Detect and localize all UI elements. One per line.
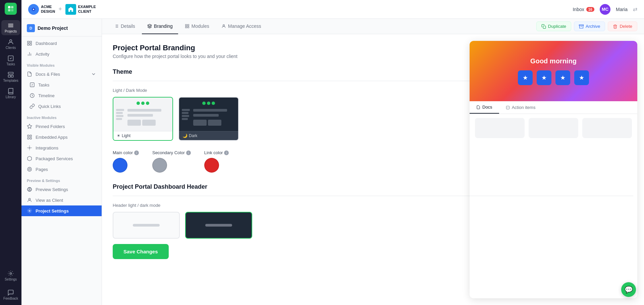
header-dark-card[interactable] <box>185 212 252 239</box>
brand-separator: + <box>58 6 62 13</box>
preview-cards <box>470 114 637 142</box>
header-light-card[interactable] <box>113 212 180 239</box>
preview-tab-action-items[interactable]: Action items <box>499 101 542 114</box>
svg-marker-19 <box>27 124 32 128</box>
theme-light-card[interactable]: ☀ Light <box>113 97 173 141</box>
secondary-color-item: Secondary Color i <box>152 150 191 173</box>
svg-rect-1 <box>11 6 13 8</box>
preview-tabs: Docs Action items <box>470 101 637 114</box>
svg-rect-15 <box>30 44 32 45</box>
sidebar-item-feedback[interactable]: Feedback <box>1 287 20 302</box>
main-color-info-icon: i <box>134 150 139 155</box>
preview-card-2 <box>529 118 578 138</box>
svg-point-12 <box>33 9 34 10</box>
visible-modules-label: Visible Modules <box>21 59 102 69</box>
sidebar-item-settings[interactable]: Settings <box>1 268 20 283</box>
svg-point-4 <box>10 40 12 42</box>
sidebar-item-templates[interactable]: Templates <box>1 69 20 84</box>
archive-button[interactable]: Archive <box>574 21 605 31</box>
tab-details[interactable]: Details <box>109 19 141 34</box>
main-color-label: Main color i <box>113 150 139 155</box>
refresh-icon[interactable]: ⇄ <box>633 6 637 12</box>
svg-point-9 <box>10 273 12 274</box>
link-color-item: Link color i <box>204 150 229 173</box>
link-color-picker[interactable] <box>204 158 219 173</box>
tab-branding[interactable]: Branding <box>142 19 178 34</box>
sidebar-item-preview-settings[interactable]: Preview Settings <box>21 184 102 195</box>
sidebar-item-quick-links[interactable]: Quick Links <box>21 101 102 112</box>
content-scroll: Project Portal Branding Configure how th… <box>102 34 644 305</box>
brand-client-icon <box>65 4 76 15</box>
svg-point-24 <box>29 147 30 148</box>
link-color-label: Link color i <box>204 150 229 155</box>
tab-manage-access[interactable]: Manage Access <box>216 19 267 34</box>
tab-modules[interactable]: Modules <box>179 19 215 34</box>
sidebar-item-embedded-apps[interactable]: Embedded Apps <box>21 132 102 142</box>
preview-settings-label: Preview & Settings <box>21 175 102 184</box>
user-name: Maria <box>616 7 628 12</box>
preview-panel: Good morning ★ ★ ★ ★ Docs <box>470 41 637 298</box>
duplicate-button[interactable]: Duplicate <box>536 21 571 31</box>
svg-rect-22 <box>28 137 29 139</box>
svg-rect-2 <box>8 9 10 11</box>
sidebar-item-docs[interactable]: Docs & Files <box>21 69 102 79</box>
svg-point-30 <box>29 210 30 211</box>
svg-rect-39 <box>185 26 187 28</box>
preview-tab-docs[interactable]: Docs <box>470 101 499 114</box>
user-avatar[interactable]: MC <box>600 4 610 15</box>
svg-rect-8 <box>11 75 13 77</box>
brand-acme-icon <box>28 4 39 15</box>
inbox-button[interactable]: Inbox 16 <box>573 7 594 12</box>
delete-button[interactable]: Delete <box>608 21 637 31</box>
secondary-color-picker[interactable] <box>152 158 167 173</box>
sidebar-item-library[interactable]: Library <box>1 86 20 101</box>
sidebar-item-integrations[interactable]: Integrations <box>21 142 102 153</box>
svg-point-26 <box>29 168 30 170</box>
sidebar-item-pinned-folders[interactable]: Pinned Folders <box>21 121 102 132</box>
dark-dot3 <box>212 102 215 105</box>
preview-greeting: Good morning <box>530 57 577 65</box>
inbox-label: Inbox <box>573 7 584 12</box>
svg-point-41 <box>223 24 224 26</box>
sidebar-item-packaged-services[interactable]: Packaged Services <box>21 153 102 164</box>
sidebar-item-projects[interactable]: Projects <box>1 20 20 35</box>
sidebar-item-timeline[interactable]: Timeline <box>21 90 102 101</box>
header-dark-bar <box>205 224 232 227</box>
main-color-picker[interactable] <box>113 158 127 173</box>
preview-card-1 <box>475 118 525 138</box>
sidebar-item-clients[interactable]: Clients <box>1 37 20 52</box>
save-changes-button[interactable]: Save Changes <box>113 244 169 259</box>
theme-dark-label: 🌙 Dark <box>179 131 238 140</box>
app-logo[interactable] <box>5 3 17 15</box>
sidebar-item-view-as-client[interactable]: View as Client <box>21 195 102 205</box>
svg-point-25 <box>28 167 32 171</box>
svg-rect-40 <box>187 26 189 28</box>
theme-dark-card[interactable]: 🌙 Dark <box>178 97 239 141</box>
brand-client: EXAMPLECLIENT <box>65 4 96 15</box>
secondary-color-label: Secondary Color i <box>152 150 191 155</box>
brand-acme: ACMEDESIGN <box>28 4 55 15</box>
preview-icons: ★ ★ ★ ★ <box>518 70 589 85</box>
icon-navigation: Projects Clients Tasks Templates Library… <box>0 0 21 305</box>
dot3 <box>146 102 149 105</box>
preview-icon-4: ★ <box>574 70 589 85</box>
link-color-info-icon: i <box>224 150 229 155</box>
top-header: ACMEDESIGN + EXAMPLECLIENT Inbox 16 MC M… <box>21 0 644 19</box>
main-color-item: Main color i <box>113 150 139 173</box>
project-icon: D <box>27 24 35 32</box>
sidebar-item-dashboard[interactable]: Dashboard <box>21 38 102 49</box>
svg-rect-21 <box>30 135 32 137</box>
preview-header: Good morning ★ ★ ★ ★ <box>470 41 637 101</box>
sidebar-item-pages[interactable]: Pages <box>21 164 102 175</box>
dark-dot2 <box>207 102 210 105</box>
preview-card-3 <box>582 118 632 138</box>
svg-rect-16 <box>28 44 29 45</box>
sidebar-item-tasks[interactable]: Tasks <box>1 53 20 68</box>
secondary-color-info-icon: i <box>186 150 191 155</box>
svg-rect-14 <box>30 41 32 43</box>
chat-button[interactable]: 💬 <box>621 282 636 297</box>
sidebar-item-project-settings[interactable]: Project Settings <box>21 205 102 216</box>
sidebar-item-activity[interactable]: Activity <box>21 49 102 59</box>
sidebar-item-tasks[interactable]: Tasks <box>21 79 102 90</box>
header-light-bar <box>133 224 160 227</box>
